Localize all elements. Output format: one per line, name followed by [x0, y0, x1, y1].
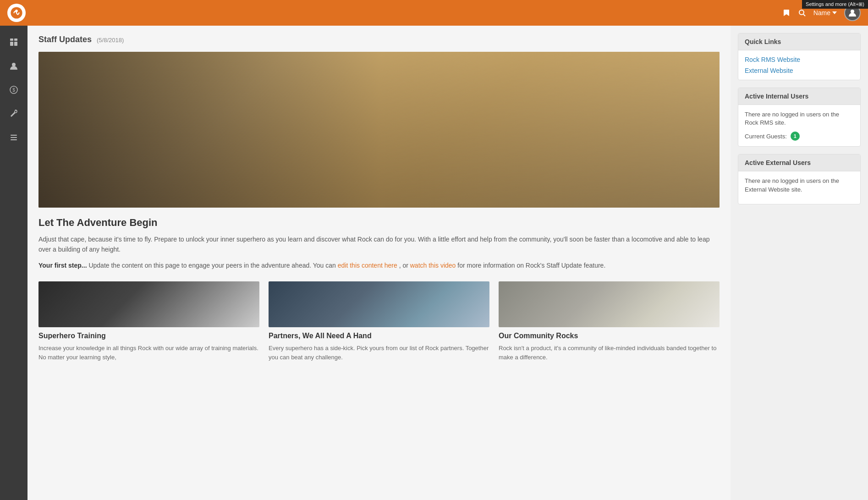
quick-links-header: Quick Links: [738, 33, 860, 50]
svg-rect-12: [11, 135, 17, 136]
no-external-users-text: There are no logged in users on the Exte…: [745, 177, 854, 193]
current-guests-label: Current Guests:: [745, 133, 787, 140]
card-title-3: Our Community Rocks: [499, 332, 720, 340]
hero-image: [38, 52, 720, 208]
edit-link[interactable]: edit this content here: [338, 262, 397, 269]
current-guests-row: Current Guests: 1: [745, 132, 854, 141]
svg-rect-14: [11, 139, 17, 140]
card-desc-3: Rock isn't a product, it's a community o…: [499, 344, 720, 362]
bookmark-button[interactable]: [782, 9, 791, 17]
page-title: Staff Updates (5/8/2018): [38, 35, 720, 44]
content-title: Let The Adventure Begin: [38, 217, 720, 229]
rock-rms-link[interactable]: Rock RMS Website: [745, 56, 854, 63]
content-body-2: Your first step... Update the content on…: [38, 260, 720, 270]
card-partners: Partners, We All Need A Hand Every super…: [269, 281, 489, 362]
content-body-1: Adjust that cape, because it's time to f…: [38, 234, 720, 255]
svg-rect-7: [10, 42, 13, 46]
left-sidebar: $: [0, 26, 27, 500]
guest-count-badge: 1: [791, 132, 800, 141]
quick-links-body: Rock RMS Website External Website: [738, 50, 860, 80]
svg-point-1: [15, 10, 18, 12]
card-desc-2: Every superhero has a side-kick. Pick yo…: [269, 344, 489, 362]
no-internal-users-text: There are no logged in users on the Rock…: [745, 110, 854, 127]
svg-point-4: [851, 10, 854, 13]
svg-rect-13: [11, 137, 17, 138]
card-title-2: Partners, We All Need A Hand: [269, 332, 489, 340]
card-desc-1: Increase your knowledge in all things Ro…: [38, 344, 259, 362]
main-wrapper: Staff Updates (5/8/2018) Let The Adventu…: [27, 26, 868, 500]
watch-link[interactable]: watch this video: [410, 262, 456, 269]
sidebar-item-admin[interactable]: [3, 126, 25, 148]
svg-rect-6: [14, 38, 17, 41]
active-external-users-header: Active External Users: [738, 154, 860, 171]
right-panel: Quick Links Rock RMS Website External We…: [731, 26, 868, 500]
sidebar-item-finance[interactable]: $: [3, 79, 25, 101]
card-title-1: Superhero Training: [38, 332, 259, 340]
top-nav: Name Settings and more (Alt+⊞): [0, 0, 868, 26]
svg-text:$: $: [12, 88, 15, 93]
page-date: (5/8/2018): [97, 37, 124, 44]
active-internal-users-header: Active Internal Users: [738, 88, 860, 105]
content-strong: Your first step...: [38, 262, 87, 269]
svg-line-3: [803, 14, 805, 16]
top-nav-right: Name Settings and more (Alt+⊞): [782, 5, 861, 21]
sidebar-item-tools[interactable]: [3, 103, 25, 125]
svg-rect-8: [14, 42, 17, 46]
center-content: Staff Updates (5/8/2018) Let The Adventu…: [27, 26, 731, 500]
sidebar-item-person[interactable]: [3, 55, 25, 77]
sidebar-item-dashboard[interactable]: [3, 31, 25, 53]
svg-rect-5: [10, 38, 13, 41]
cards-row: Superhero Training Increase your knowled…: [38, 281, 720, 362]
active-external-users-body: There are no logged in users on the Exte…: [738, 171, 860, 203]
card-image-2: [269, 281, 489, 327]
card-image-1: [38, 281, 259, 327]
search-button[interactable]: [798, 9, 806, 17]
svg-point-2: [799, 10, 804, 15]
app-logo[interactable]: [7, 4, 26, 22]
card-superhero-training: Superhero Training Increase your knowled…: [38, 281, 259, 362]
settings-tooltip: Settings and more (Alt+⊞): [802, 0, 868, 9]
svg-point-9: [12, 63, 16, 66]
active-internal-users-body: There are no logged in users on the Rock…: [738, 105, 860, 146]
active-external-users-section: Active External Users There are no logge…: [738, 154, 861, 204]
user-name-button[interactable]: Name: [813, 9, 837, 16]
quick-links-section: Quick Links Rock RMS Website External We…: [738, 33, 861, 80]
active-internal-users-section: Active Internal Users There are no logge…: [738, 88, 861, 147]
card-community: Our Community Rocks Rock isn't a product…: [499, 281, 720, 362]
card-image-3: [499, 281, 720, 327]
external-website-link[interactable]: External Website: [745, 67, 854, 74]
